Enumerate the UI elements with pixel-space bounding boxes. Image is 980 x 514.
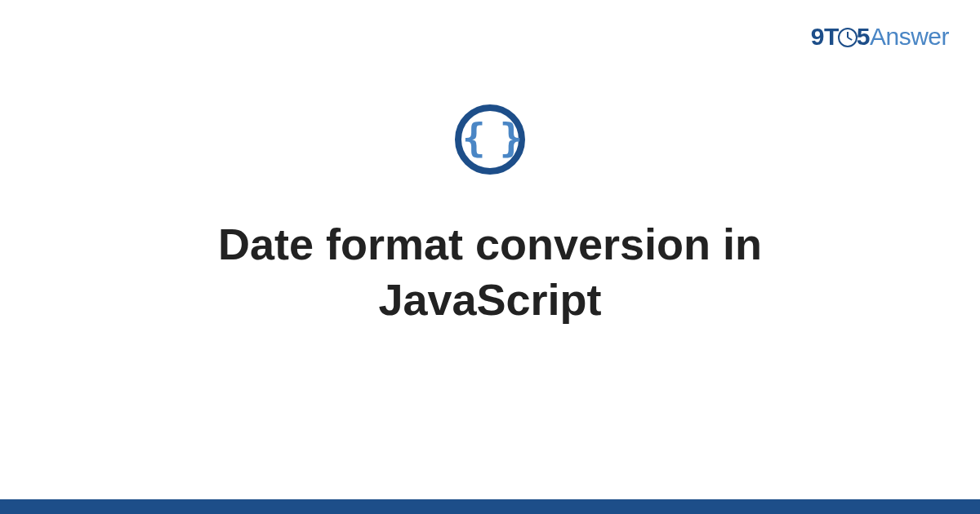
brand-t: T <box>824 23 839 50</box>
braces-glyph: { } <box>462 118 519 157</box>
page-title: Date format conversion in JavaScript <box>122 217 858 327</box>
code-braces-icon: { } <box>455 104 525 175</box>
clock-icon <box>838 28 858 47</box>
brand-five: 5 <box>857 23 870 50</box>
footer-bar <box>0 499 980 514</box>
brand-logo: 9T5Answer <box>811 23 949 51</box>
main-content: { } Date format conversion in JavaScript <box>0 104 980 327</box>
brand-nine: 9 <box>811 23 824 50</box>
brand-answer: Answer <box>870 23 949 50</box>
